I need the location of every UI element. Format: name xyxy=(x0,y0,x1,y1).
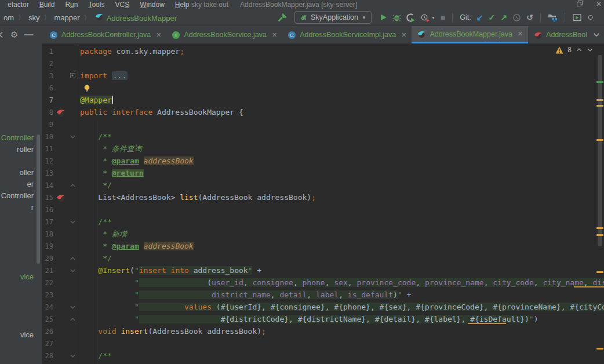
code-line-26[interactable]: 26 void insert(AddressBook addressBook); xyxy=(42,325,604,337)
rollback-icon[interactable]: ↺ xyxy=(526,13,533,21)
project-tree-item[interactable]: vice xyxy=(20,272,34,281)
close-tab-icon[interactable]: ✕ xyxy=(272,31,277,39)
fold-marker[interactable] xyxy=(67,216,78,228)
project-tool-window[interactable]: ControllerrollerollererControllerrvicevi… xyxy=(0,43,42,364)
run-configuration-select[interactable]: SkyApplication ▼ xyxy=(294,11,372,24)
search-everywhere-icon[interactable] xyxy=(587,13,593,22)
code-line-28[interactable]: 28 /** xyxy=(42,350,604,362)
error-stripe-mark-yellow[interactable] xyxy=(596,139,603,141)
close-tab-icon[interactable]: ✕ xyxy=(401,31,406,39)
fold-marker[interactable] xyxy=(67,130,78,143)
restore-window-icon[interactable] xyxy=(576,0,583,8)
code-editor[interactable]: 1package com.sky.mapper;23+import ...67@… xyxy=(42,43,604,364)
code-line-15[interactable]: 15 List<AddressBook> list(AddressBook ad… xyxy=(42,191,604,203)
project-tree-item[interactable]: roller xyxy=(17,145,34,154)
menu-item-vcs[interactable]: VCS xyxy=(110,1,134,9)
code-line-14[interactable]: 14 */ xyxy=(42,179,604,191)
breadcrumb-item-om[interactable]: om xyxy=(3,13,14,22)
code-line-25[interactable]: 25 " #{districtCode}, #{districtName}, #… xyxy=(42,313,604,325)
stop-button[interactable]: ■ xyxy=(441,13,445,21)
code-line-1[interactable]: 1package com.sky.mapper; xyxy=(42,45,604,57)
menu-item-efactor[interactable]: efactor xyxy=(2,1,34,9)
editor-tab-addressbookserviceimpl-java[interactable]: CAddressBookServiceImpl.java✕ xyxy=(282,26,412,43)
run-button[interactable] xyxy=(379,13,387,21)
error-stripe-mark-yellow[interactable] xyxy=(596,234,603,236)
breadcrumb-item-sky[interactable]: sky xyxy=(28,13,40,22)
code-line-19[interactable]: 19 * @param addressBook xyxy=(42,240,604,252)
error-stripe-mark-yellow[interactable] xyxy=(596,99,603,101)
editor-tab-addressbookmapper-java[interactable]: AddressBookMapper.java✕ xyxy=(412,26,528,43)
editor-scrollbar-thumb[interactable] xyxy=(598,55,602,246)
project-tree-item[interactable]: oller xyxy=(19,168,34,177)
code-line-23[interactable]: 23 " district_name, detail, label, is_de… xyxy=(42,289,604,301)
code-line-17[interactable]: 17 /** xyxy=(42,216,604,228)
mybatis-mapper-gutter-icon[interactable] xyxy=(53,108,67,117)
error-stripe-mark-green[interactable] xyxy=(596,81,603,83)
code-line-18[interactable]: 18 * 新增 xyxy=(42,228,604,240)
fold-marker[interactable] xyxy=(67,301,78,313)
error-stripe-mark-yellow[interactable] xyxy=(596,271,603,273)
close-tab-icon[interactable]: ✕ xyxy=(156,31,161,39)
fold-marker[interactable] xyxy=(67,252,78,264)
project-tree-item[interactable]: er xyxy=(27,180,34,188)
project-panel-scrollbar[interactable] xyxy=(37,134,40,264)
code-line-12[interactable]: 12 * @param addressBook xyxy=(42,155,604,167)
code-line-3[interactable]: 3+import ... xyxy=(42,70,604,82)
code-line-7[interactable]: 7@Mapper xyxy=(42,94,604,106)
code-line-22[interactable]: 22 " (user_id, consignee, phone, sex, pr… xyxy=(42,276,604,289)
close-tab-icon[interactable]: ✕ xyxy=(518,30,523,38)
project-structure-icon[interactable] xyxy=(548,13,558,22)
profiler-button[interactable]: ▼ xyxy=(420,13,435,22)
mybatis-mapper-gutter-icon[interactable] xyxy=(53,193,67,202)
code-line-11[interactable]: 11 * 条件查询 xyxy=(42,143,604,155)
debug-button[interactable] xyxy=(392,13,401,22)
fold-marker[interactable] xyxy=(67,313,78,325)
fold-marker[interactable] xyxy=(67,264,78,276)
code-line-13[interactable]: 13 * @return xyxy=(42,167,604,179)
code-line-27[interactable]: 27 xyxy=(42,337,604,350)
code-line-24[interactable]: 24 " values (#{userId}, #{consignee}, #{… xyxy=(42,301,604,313)
previous-problem-chevron-icon[interactable] xyxy=(576,46,583,53)
project-tree-item[interactable]: Controller xyxy=(1,191,34,200)
code-line-2[interactable]: 2 xyxy=(42,57,604,70)
project-tree-item[interactable]: r xyxy=(31,203,34,212)
git-push-icon[interactable]: ↗ xyxy=(500,13,507,21)
intention-bulb-icon[interactable] xyxy=(83,84,91,93)
run-tool-window-icon[interactable] xyxy=(572,13,582,22)
project-tree-item[interactable]: Controller xyxy=(1,133,34,142)
code-line-29[interactable]: 29 * 根据id查询 xyxy=(42,362,604,364)
git-update-icon[interactable]: ↙ xyxy=(476,13,483,21)
next-problem-chevron-icon[interactable] xyxy=(587,46,594,53)
code-line-21[interactable]: 21 @Insert("insert into address_book" + xyxy=(42,264,604,276)
hide-panel-minus-icon[interactable]: — xyxy=(24,30,33,40)
error-stripe-mark-yellow[interactable] xyxy=(596,105,603,107)
breadcrumb-item-mapper[interactable]: mapper xyxy=(54,13,80,22)
inspection-widget[interactable]: 8 xyxy=(555,46,594,54)
menu-item-window[interactable]: Window xyxy=(134,1,170,9)
git-commit-icon[interactable]: ✓ xyxy=(489,13,496,21)
code-line-8[interactable]: 8public interface AddressBookMapper { xyxy=(42,106,604,118)
code-line-6[interactable]: 6 xyxy=(42,82,604,94)
breadcrumb-item-addressbookmapper[interactable]: AddressBookMapper xyxy=(94,12,177,23)
fold-marker[interactable] xyxy=(67,179,78,191)
code-line-9[interactable]: 9 xyxy=(42,118,604,130)
history-clock-icon[interactable] xyxy=(512,13,521,22)
fold-marker[interactable]: + xyxy=(67,70,78,82)
code-line-20[interactable]: 20 */ xyxy=(42,252,604,264)
code-line-10[interactable]: 10 /** xyxy=(42,130,604,143)
error-stripe-mark-yellow[interactable] xyxy=(596,348,603,350)
build-hammer-icon[interactable] xyxy=(277,13,287,23)
run-with-coverage-button[interactable] xyxy=(406,13,415,22)
error-stripe-mark-yellow[interactable] xyxy=(596,227,603,229)
editor-tab-addressbookservice-java[interactable]: IAddressBookService.java✕ xyxy=(166,26,282,43)
menu-item-run[interactable]: Run xyxy=(60,1,83,9)
settings-gear-icon[interactable]: ⚙ xyxy=(10,31,18,39)
close-window-icon[interactable]: ✕ xyxy=(596,0,602,8)
editor-tab-addressbool[interactable]: AddressBool xyxy=(528,26,592,43)
menu-item-build[interactable]: Build xyxy=(34,1,60,9)
project-tree-item[interactable]: vice xyxy=(20,330,34,339)
back-arrow-icon[interactable] xyxy=(0,30,5,39)
menu-item-tools[interactable]: Tools xyxy=(83,1,110,9)
editor-tab-addressbookcontroller-java[interactable]: CAddressBookController.java✕ xyxy=(44,26,166,43)
code-line-16[interactable]: 16 xyxy=(42,203,604,216)
